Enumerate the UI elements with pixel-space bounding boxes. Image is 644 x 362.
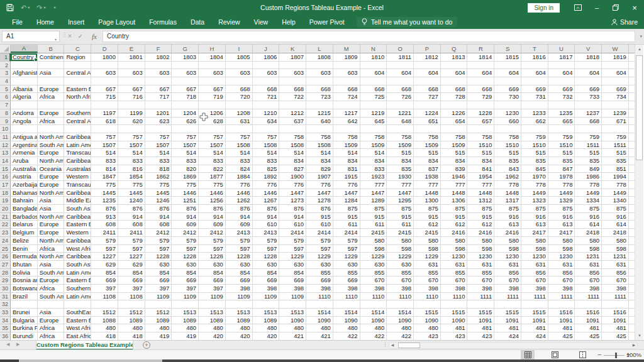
horizontal-scrollbar[interactable]: ◀ ▶ xyxy=(389,342,638,349)
cell[interactable]: 422 xyxy=(387,332,414,341)
cell[interactable] xyxy=(333,62,360,70)
row-header[interactable]: 12 xyxy=(0,141,11,150)
cell[interactable]: 1237 xyxy=(575,109,602,118)
cell[interactable]: 603 xyxy=(199,69,226,77)
cell[interactable]: 422 xyxy=(360,332,387,341)
cell[interactable]: 425 xyxy=(548,332,575,341)
cell[interactable]: 1323 xyxy=(521,197,548,205)
cell[interactable]: SouthEast xyxy=(64,309,91,317)
row-header[interactable]: 16 xyxy=(0,173,11,181)
cell[interactable]: 669 xyxy=(494,85,521,94)
cell[interactable]: 642 xyxy=(333,118,360,126)
cell[interactable]: 1090 xyxy=(387,317,414,325)
cell[interactable]: Asia xyxy=(38,69,65,77)
cell[interactable]: 1516 xyxy=(575,309,602,317)
cell[interactable]: 422 xyxy=(333,332,360,341)
cell[interactable]: 1197 xyxy=(91,109,118,118)
cell[interactable]: 1915 xyxy=(333,173,360,181)
cell[interactable]: 1091 xyxy=(548,317,575,325)
cell[interactable]: Caribbean xyxy=(64,133,91,141)
cell[interactable]: 1807 xyxy=(279,53,306,62)
cell[interactable]: 1306 xyxy=(441,197,468,205)
cell[interactable]: Europe xyxy=(38,221,65,229)
cell[interactable]: 915 xyxy=(467,213,494,221)
cell[interactable]: 514 xyxy=(306,149,333,157)
cell[interactable]: 604 xyxy=(521,69,548,77)
cell[interactable]: 1089 xyxy=(253,317,280,325)
cell[interactable]: 1109 xyxy=(279,293,306,301)
cell[interactable]: 1930 xyxy=(387,173,414,181)
cell[interactable]: 609 xyxy=(226,221,253,229)
cell[interactable]: Eastern Eu xyxy=(64,277,91,285)
cell[interactable]: 1110 xyxy=(333,293,360,301)
cell[interactable]: 598 xyxy=(575,245,602,253)
column-header[interactable]: E xyxy=(118,45,145,53)
cell[interactable]: 1510 xyxy=(548,141,575,150)
cell[interactable]: 480 xyxy=(172,324,199,332)
cell[interactable]: 514 xyxy=(279,149,306,157)
cell[interactable]: 580 xyxy=(602,237,629,245)
scroll-down-icon[interactable]: ▼ xyxy=(635,331,644,340)
cell[interactable]: 628 xyxy=(199,118,226,126)
cell[interactable]: 827 xyxy=(279,165,306,173)
cell[interactable] xyxy=(91,101,118,109)
minimize-button[interactable]: – xyxy=(587,0,606,15)
cell[interactable]: Burkina Fa xyxy=(11,324,38,332)
cell[interactable]: 670 xyxy=(441,277,468,285)
cell[interactable]: 1111 xyxy=(602,293,629,301)
cell[interactable]: 626 xyxy=(172,118,199,126)
cell[interactable]: 835 xyxy=(494,157,521,165)
cell[interactable]: 1278 xyxy=(306,197,333,205)
cell[interactable] xyxy=(91,77,118,85)
cell[interactable]: 720 xyxy=(226,93,253,101)
column-header[interactable]: T xyxy=(521,45,548,53)
cell[interactable] xyxy=(38,77,65,85)
cell[interactable]: 726 xyxy=(387,93,414,101)
ribbon-tab-home[interactable]: Home xyxy=(30,15,61,29)
cell[interactable]: 841 xyxy=(467,165,494,173)
cell[interactable]: 2412 xyxy=(199,229,226,237)
cell[interactable]: 668 xyxy=(333,85,360,94)
cell[interactable]: 1986 xyxy=(575,173,602,181)
cell[interactable]: 730 xyxy=(494,93,521,101)
cell[interactable]: 1447 xyxy=(387,189,414,197)
cell[interactable]: 1227 xyxy=(91,253,118,261)
cell[interactable]: 1854 xyxy=(118,173,145,181)
cell[interactable]: 420 xyxy=(253,332,280,341)
cell[interactable]: 630 xyxy=(279,261,306,269)
cell[interactable]: 579 xyxy=(118,237,145,245)
cell[interactable]: 1513 xyxy=(279,309,306,317)
cell[interactable]: 610 xyxy=(253,221,280,229)
cell[interactable]: Europe xyxy=(38,173,65,181)
cell[interactable]: 425 xyxy=(575,332,602,341)
cell[interactable]: 1447 xyxy=(279,189,306,197)
cell[interactable]: 916 xyxy=(494,213,521,221)
row-header[interactable]: 28 xyxy=(0,269,11,277)
cell[interactable]: 630 xyxy=(145,261,172,269)
cell[interactable]: 1801 xyxy=(118,53,145,62)
cell[interactable]: 1446 xyxy=(226,189,253,197)
cell[interactable]: Algeria xyxy=(11,93,38,101)
cell[interactable]: 843 xyxy=(494,165,521,173)
cell[interactable]: 668 xyxy=(226,85,253,94)
cell[interactable]: 1509 xyxy=(387,141,414,150)
cell[interactable]: 398 xyxy=(575,285,602,293)
cell[interactable]: 757 xyxy=(118,133,145,141)
cell[interactable]: Bahamas xyxy=(11,189,38,197)
cell[interactable]: 579 xyxy=(306,237,333,245)
cell[interactable]: 1512 xyxy=(91,309,118,317)
cell[interactable]: 818 xyxy=(145,165,172,173)
cell[interactable]: 580 xyxy=(414,237,441,245)
cell[interactable]: 1091 xyxy=(602,317,629,325)
cell[interactable]: 630 xyxy=(306,261,333,269)
cell[interactable]: Latin Amer xyxy=(64,293,91,301)
cell[interactable]: 579 xyxy=(226,237,253,245)
cell[interactable]: 514 xyxy=(145,149,172,157)
cell[interactable]: 629 xyxy=(91,261,118,269)
cell[interactable]: Asia xyxy=(38,261,65,269)
cell[interactable]: 916 xyxy=(521,213,548,221)
formula-input[interactable]: Country xyxy=(103,31,635,42)
cell[interactable]: 758 xyxy=(279,133,306,141)
cell[interactable]: 514 xyxy=(226,149,253,157)
cell[interactable] xyxy=(521,77,548,85)
